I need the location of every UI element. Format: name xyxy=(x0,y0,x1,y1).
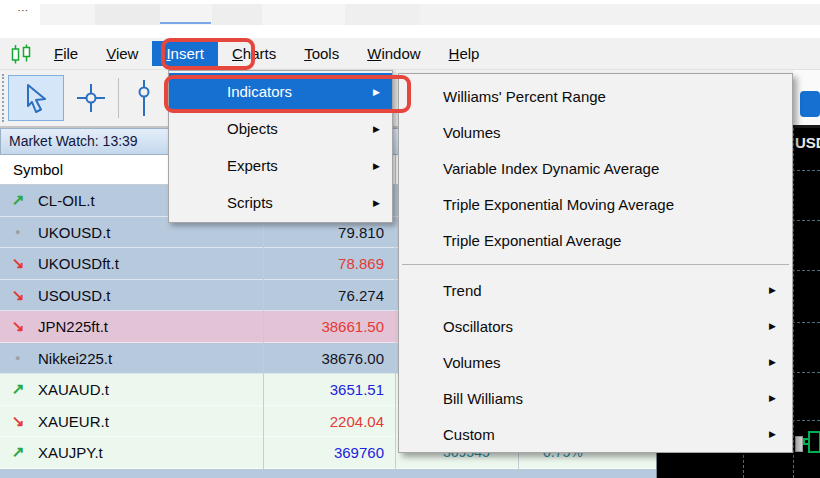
symbol-label: XAUJPY.t xyxy=(38,444,103,461)
menu-item-label: Variable Index Dynamic Average xyxy=(443,160,659,177)
symbol-label: USOUSD.t xyxy=(38,286,111,303)
price-value: 3651.51 xyxy=(330,381,384,398)
cursor-tool-button[interactable] xyxy=(8,75,64,121)
trend-down-icon: ↘ xyxy=(12,412,25,430)
menu-item-label: Williams' Percent Range xyxy=(443,88,606,105)
cursor-arrow-icon xyxy=(22,83,50,113)
menu-tools[interactable]: Tools xyxy=(290,41,353,66)
submenu-arrow-icon: ▶ xyxy=(769,429,776,439)
mt5-candlestick-logo-icon xyxy=(10,44,32,64)
submenu-category-volumes[interactable]: Volumes▶ xyxy=(399,344,792,380)
toolbar-grip-handle[interactable] xyxy=(2,74,5,122)
symbol-label: UKOUSDft.t xyxy=(38,255,119,272)
mt5-window: ··· FileViewInsertChartsToolsWindowHelp xyxy=(0,0,820,478)
titlebar-tab-ghost xyxy=(40,4,95,25)
titlebar-tab-ghost xyxy=(262,4,345,25)
menu-view[interactable]: View xyxy=(92,41,152,66)
submenu-item-volumes[interactable]: Volumes xyxy=(399,114,792,150)
vertical-line-icon xyxy=(133,76,155,120)
submenu-arrow-icon: ▶ xyxy=(373,161,380,171)
price-value: 78.869 xyxy=(338,255,384,272)
indicators-submenu: Williams' Percent RangeVolumesVariable I… xyxy=(398,73,793,453)
chart-symbol-label: USD xyxy=(795,134,820,151)
candlestick xyxy=(808,431,820,453)
submenu-category-bill-williams[interactable]: Bill Williams▶ xyxy=(399,380,792,416)
crosshair-icon xyxy=(70,77,112,119)
submenu-item-williams-percent-range[interactable]: Williams' Percent Range xyxy=(399,78,792,114)
menu-item-label: Bill Williams xyxy=(443,390,523,407)
submenu-category-oscillators[interactable]: Oscillators▶ xyxy=(399,308,792,344)
toolbar-separator xyxy=(118,78,119,118)
trend-down-icon: ↘ xyxy=(12,286,25,304)
menu-help[interactable]: Help xyxy=(435,41,494,66)
timeframe-button-partial[interactable] xyxy=(800,91,820,117)
price-value: 38676.00 xyxy=(321,349,384,366)
annotation-box-insert xyxy=(161,38,255,70)
menu-bar: FileViewInsertChartsToolsWindowHelp xyxy=(0,38,820,70)
menu-item-label: Experts xyxy=(227,157,278,174)
insert-menu-item-experts[interactable]: Experts▶ xyxy=(169,147,392,184)
price-value: 79.810 xyxy=(338,223,384,240)
submenu-category-custom[interactable]: Custom▶ xyxy=(399,416,792,452)
price-value: 76.274 xyxy=(338,286,384,303)
candlestick xyxy=(795,436,803,452)
titlebar-tab-ghost xyxy=(420,4,820,25)
menu-item-label: Oscillators xyxy=(443,318,513,335)
submenu-arrow-icon: ▶ xyxy=(373,124,380,134)
symbol-label: XAUAUD.t xyxy=(38,381,109,398)
trend-up-icon: ↗ xyxy=(12,443,25,461)
symbol-label: UKOUSD.t xyxy=(38,223,111,240)
column-divider xyxy=(395,155,396,471)
submenu-item-triple-exponential-average[interactable]: Triple Exponential Average xyxy=(399,222,792,258)
price-value: 369760 xyxy=(334,444,384,461)
menu-item-label: Triple Exponential Average xyxy=(443,232,621,249)
submenu-arrow-icon: ▶ xyxy=(769,321,776,331)
titlebar-tab-ghost xyxy=(95,4,160,25)
titlebar-fragment: ··· xyxy=(18,6,29,15)
menu-item-label: Scripts xyxy=(227,194,273,211)
price-value: 38661.50 xyxy=(321,318,384,335)
menu-item-label: Volumes xyxy=(443,354,501,371)
price-value: 2204.04 xyxy=(330,412,384,429)
crosshair-tool-button[interactable] xyxy=(68,75,114,121)
menu-window[interactable]: Window xyxy=(353,41,434,66)
submenu-item-variable-index-dynamic-average[interactable]: Variable Index Dynamic Average xyxy=(399,150,792,186)
submenu-arrow-icon: ▶ xyxy=(769,285,776,295)
titlebar-tab-ghost xyxy=(212,4,262,25)
titlebar-active-indicator xyxy=(160,22,211,24)
titlebar: ··· xyxy=(0,0,820,38)
menu-separator xyxy=(402,264,789,265)
submenu-arrow-icon: ▶ xyxy=(769,357,776,367)
trend-up-icon: ↗ xyxy=(12,380,25,398)
trend-down-icon: ↘ xyxy=(12,254,25,272)
symbol-label: Nikkei225.t xyxy=(38,349,112,366)
trend-flat-icon: ● xyxy=(15,227,20,237)
symbol-label: XAUEUR.t xyxy=(38,412,109,429)
insert-menu-item-objects[interactable]: Objects▶ xyxy=(169,110,392,147)
menu-item-label: Trend xyxy=(443,282,482,299)
insert-menu-item-scripts[interactable]: Scripts▶ xyxy=(169,184,392,221)
symbol-label: CL-OIL.t xyxy=(38,192,95,209)
menu-items: FileViewInsertChartsToolsWindowHelp xyxy=(40,41,493,66)
submenu-category-trend[interactable]: Trend▶ xyxy=(399,272,792,308)
submenu-arrow-icon: ▶ xyxy=(769,393,776,403)
titlebar-tab-ghost xyxy=(345,4,420,25)
chart-toolbar-sliver xyxy=(793,70,820,128)
trend-flat-icon: ● xyxy=(15,353,20,363)
annotation-box-indicators xyxy=(164,75,411,113)
submenu-item-triple-exponential-moving-average[interactable]: Triple Exponential Moving Average xyxy=(399,186,792,222)
chart-gridline xyxy=(793,128,794,478)
menu-item-label: Triple Exponential Moving Average xyxy=(443,196,674,213)
menu-item-label: Custom xyxy=(443,426,495,443)
vertical-line-tool-button[interactable] xyxy=(124,75,164,121)
trend-down-icon: ↘ xyxy=(12,317,25,335)
menu-item-label: Objects xyxy=(227,120,278,137)
menu-item-label: Volumes xyxy=(443,124,501,141)
submenu-arrow-icon: ▶ xyxy=(373,198,380,208)
symbol-label: JPN225ft.t xyxy=(38,318,108,335)
trend-up-icon: ↗ xyxy=(12,191,25,209)
menu-file[interactable]: File xyxy=(40,41,92,66)
